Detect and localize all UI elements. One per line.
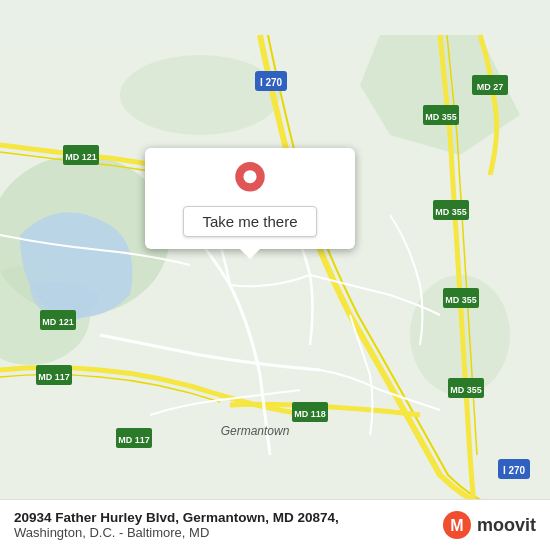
bottom-bar: 20934 Father Hurley Blvd, Germantown, MD… — [0, 499, 550, 550]
moovit-text: moovit — [477, 515, 536, 536]
location-pin-icon — [232, 162, 268, 198]
svg-text:I 270: I 270 — [260, 77, 283, 88]
svg-text:MD 355: MD 355 — [435, 207, 467, 217]
svg-text:Germantown: Germantown — [221, 424, 290, 438]
take-me-there-button[interactable]: Take me there — [183, 206, 316, 237]
svg-text:MD 121: MD 121 — [42, 317, 74, 327]
address-line1: 20934 Father Hurley Blvd, Germantown, MD… — [14, 510, 339, 525]
svg-text:MD 355: MD 355 — [425, 112, 457, 122]
map-background: I 270 I 270 MD 121 MD 121 MD 117 MD 117 … — [0, 0, 550, 550]
svg-point-4 — [120, 55, 280, 135]
svg-text:M: M — [450, 517, 463, 534]
svg-text:MD 117: MD 117 — [118, 435, 150, 445]
svg-text:MD 118: MD 118 — [294, 409, 326, 419]
moovit-logo: M moovit — [443, 511, 536, 539]
svg-text:MD 355: MD 355 — [445, 295, 477, 305]
location-callout: Take me there — [145, 148, 355, 249]
svg-point-33 — [243, 170, 256, 183]
svg-text:MD 355: MD 355 — [450, 385, 482, 395]
address-line2: Washington, D.C. - Baltimore, MD — [14, 525, 339, 540]
moovit-icon: M — [443, 511, 471, 539]
address-block: 20934 Father Hurley Blvd, Germantown, MD… — [14, 510, 339, 540]
svg-text:MD 117: MD 117 — [38, 372, 70, 382]
svg-text:MD 27: MD 27 — [477, 82, 504, 92]
svg-text:I 270: I 270 — [503, 465, 526, 476]
map-container: I 270 I 270 MD 121 MD 121 MD 117 MD 117 … — [0, 0, 550, 550]
svg-text:MD 121: MD 121 — [65, 152, 97, 162]
